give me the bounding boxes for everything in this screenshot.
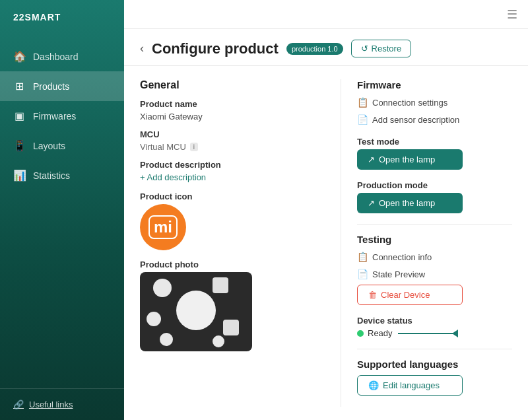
sensor-sm4 [213, 335, 224, 347]
languages-icon: 🌐 [368, 380, 379, 390]
product-photo [140, 272, 252, 351]
status-dot [357, 330, 364, 337]
sensor-big [176, 291, 216, 330]
testing-title: Testing [357, 234, 512, 245]
testing-section: Testing 📋 Connection info 📄 State Previe… [357, 234, 512, 305]
restore-button[interactable]: ↺ Restore [351, 40, 412, 57]
divider2 [357, 349, 512, 349]
connection-settings-link[interactable]: 📋 Connection settings [357, 96, 512, 109]
statistics-icon: 📊 [13, 169, 25, 182]
open-lamp-test-button[interactable]: ↗ Open the lamp [357, 149, 463, 170]
test-mode-label: Test mode [357, 137, 512, 147]
content-area: General Product name Xiaomi Gateway MCU … [124, 66, 528, 420]
sidebar-item-layouts[interactable]: 📱 Layouts [0, 131, 124, 160]
status-label: Ready [368, 328, 393, 338]
connection-info-link[interactable]: 📋 Connection info [357, 250, 512, 263]
mcu-value: Virtual MCU [140, 142, 186, 152]
product-name-label: Product name [140, 99, 319, 109]
open-lamp-test-icon: ↗ [368, 155, 375, 164]
useful-links[interactable]: 🔗 Useful links [13, 400, 111, 409]
device-status-section: Device status Ready [357, 316, 512, 338]
left-column: General Product name Xiaomi Gateway MCU … [140, 79, 341, 407]
sidebar-nav: 🏠 Dashboard ⊞ Products ▣ Firmwares 📱 Lay… [0, 39, 124, 388]
test-mode-section: Test mode ↗ Open the lamp [357, 137, 512, 170]
production-badge: production 1.0 [286, 43, 343, 55]
state-preview-link[interactable]: 📄 State Preview [357, 267, 512, 281]
sidebar-item-dashboard[interactable]: 🏠 Dashboard [0, 42, 124, 71]
logo: 22SMART [0, 0, 124, 39]
edit-languages-button[interactable]: 🌐 Edit languages [357, 375, 463, 396]
production-mode-label: Production mode [357, 180, 512, 190]
clear-device-button[interactable]: 🗑 Clear Device [357, 285, 463, 305]
right-column: Firmware 📋 Connection settings 📄 Add sen… [341, 79, 512, 407]
connection-icon: 📋 [357, 97, 368, 108]
product-icon-label: Product icon [140, 192, 319, 201]
product-description-label: Product description [140, 160, 319, 170]
dashboard-icon: 🏠 [13, 50, 25, 63]
device-status-title: Device status [357, 316, 512, 326]
open-lamp-prod-icon: ↗ [368, 198, 375, 208]
layouts-icon: 📱 [13, 139, 25, 152]
photo-items [140, 272, 252, 351]
back-button[interactable]: ‹ [140, 42, 144, 55]
firmware-section: Firmware 📋 Connection settings 📄 Add sen… [357, 79, 512, 126]
restore-icon: ↺ [361, 44, 368, 53]
products-icon: ⊞ [13, 80, 25, 92]
mcu-row: Virtual MCU i [140, 142, 319, 152]
sensor-sq1 [213, 277, 228, 293]
clear-device-icon: 🗑 [368, 290, 377, 300]
mi-logo: mi [148, 215, 178, 239]
sensor-sq2 [223, 320, 239, 335]
sensor-sm2 [147, 312, 161, 326]
product-name-value: Xiaomi Gateway [140, 112, 319, 122]
link-icon: 🔗 [13, 400, 24, 409]
divider1 [357, 224, 512, 225]
add-sensor-link[interactable]: 📄 Add sensor description [357, 113, 512, 126]
sensor-icon: 📄 [357, 114, 368, 125]
topbar: ☰ [124, 0, 528, 29]
add-description-button[interactable]: + Add description [140, 172, 319, 182]
firmware-title: Firmware [357, 79, 512, 90]
firmwares-icon: ▣ [13, 110, 25, 122]
sidebar-item-statistics[interactable]: 📊 Statistics [0, 160, 124, 190]
sidebar-footer: 🔗 Useful links [0, 388, 124, 420]
main-content: ☰ ‹ Configure product production 1.0 ↺ R… [124, 0, 528, 420]
supported-languages-section: Supported languages 🌐 Edit languages [357, 359, 512, 396]
arrow-indicator [398, 333, 457, 334]
mcu-label: MCU [140, 129, 319, 139]
product-photo-label: Product photo [140, 260, 319, 269]
page-header: ‹ Configure product production 1.0 ↺ Res… [124, 29, 528, 66]
sensor-sm1 [153, 279, 172, 297]
connection-info-icon: 📋 [357, 252, 368, 262]
sensor-sm3 [160, 333, 173, 346]
open-lamp-production-button[interactable]: ↗ Open the lamp [357, 193, 463, 213]
production-mode-section: Production mode ↗ Open the lamp [357, 180, 512, 213]
device-status-row: Ready [357, 328, 512, 338]
sidebar-item-products[interactable]: ⊞ Products [0, 71, 124, 101]
mcu-badge: i [190, 143, 198, 151]
state-preview-icon: 📄 [357, 269, 368, 279]
sidebar: 22SMART 🏠 Dashboard ⊞ Products ▣ Firmwar… [0, 0, 124, 420]
general-title: General [140, 79, 319, 91]
page-title: Configure product [152, 40, 279, 57]
sidebar-item-firmwares[interactable]: ▣ Firmwares [0, 101, 124, 131]
menu-icon[interactable]: ☰ [507, 7, 517, 22]
status-indicator: Ready [357, 328, 393, 338]
supported-languages-title: Supported languages [357, 359, 512, 370]
product-icon: mi [140, 204, 186, 250]
